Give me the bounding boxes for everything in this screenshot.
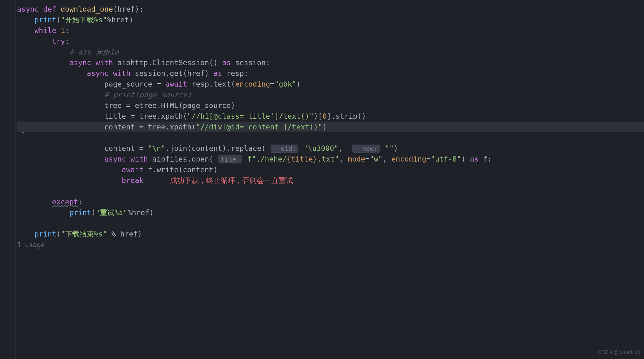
code-line[interactable]: break 成功下载，终止循环，否则会一直重试 xyxy=(17,175,644,186)
comment: # print(page_source) xyxy=(104,91,192,99)
code-line[interactable]: title = tree.xpath("//h1[@class='title']… xyxy=(17,111,644,122)
code-line[interactable]: print("重试%s"%href) xyxy=(17,207,644,218)
code-line[interactable]: content = "\n".join(content).replace( __… xyxy=(17,143,644,154)
code-line[interactable]: page_source = await resp.text(encoding="… xyxy=(17,79,644,89)
watermark: CSDN @waterkid0 xyxy=(598,347,641,358)
code-line[interactable]: # aio 异步io xyxy=(17,47,644,57)
param-hint: file: xyxy=(218,155,242,163)
code-line-blank[interactable] xyxy=(17,132,644,143)
gutter xyxy=(0,0,16,359)
code-line-blank[interactable] xyxy=(17,218,644,229)
usage-hint[interactable]: 1 usage xyxy=(17,239,644,250)
param-hint: __old: xyxy=(271,145,298,153)
inline-comment: 成功下载，终止循环，否则会一直重试 xyxy=(170,176,293,185)
code-line[interactable]: tree = etree.HTML(page_source) xyxy=(17,100,644,111)
keyword-break: break xyxy=(122,176,143,185)
number: 1 xyxy=(61,26,65,35)
comment: # aio 异步io xyxy=(69,48,119,56)
code-line[interactable]: # print(page_source) xyxy=(17,89,644,100)
code-line[interactable]: while 1: xyxy=(17,25,644,36)
editor: 💡 async def download_one(href): print("开… xyxy=(0,0,644,359)
keyword-while: while xyxy=(34,26,56,35)
code-line[interactable]: try: xyxy=(17,36,644,47)
string: "开始下载%s" xyxy=(61,16,107,24)
code-line[interactable]: async def download_one(href): xyxy=(17,4,644,14)
code-area[interactable]: async def download_one(href): print("开始下… xyxy=(16,0,644,359)
keyword-def: def xyxy=(43,5,56,13)
usage-label: 1 usage xyxy=(17,241,45,249)
code-line[interactable]: print("开始下载%s"%href) xyxy=(17,14,644,25)
code-line-current[interactable]: content = tree.xpath("//div[@id='content… xyxy=(17,122,644,132)
params: (href): xyxy=(113,5,144,13)
code-line[interactable]: async with aiohttp.ClientSession() as se… xyxy=(17,57,644,68)
function-name: download_one xyxy=(61,5,113,13)
code-line-blank[interactable] xyxy=(17,186,644,197)
param-hint: __new: xyxy=(352,145,380,153)
keyword-except: except xyxy=(52,198,78,206)
code-line[interactable]: await f.write(content) xyxy=(17,164,644,175)
code-line[interactable]: async with session.get(href) as resp: xyxy=(17,68,644,79)
code-line[interactable] xyxy=(17,0,644,4)
keyword-async: async xyxy=(17,5,39,13)
code-line[interactable]: async with aiofiles.open( file: f"./hehe… xyxy=(17,154,644,164)
keyword-try: try xyxy=(52,37,65,45)
code-line[interactable]: except: xyxy=(17,197,644,207)
builtin-print: print xyxy=(34,16,56,24)
code-line[interactable]: print("下载结束%s" % href) xyxy=(17,229,644,239)
